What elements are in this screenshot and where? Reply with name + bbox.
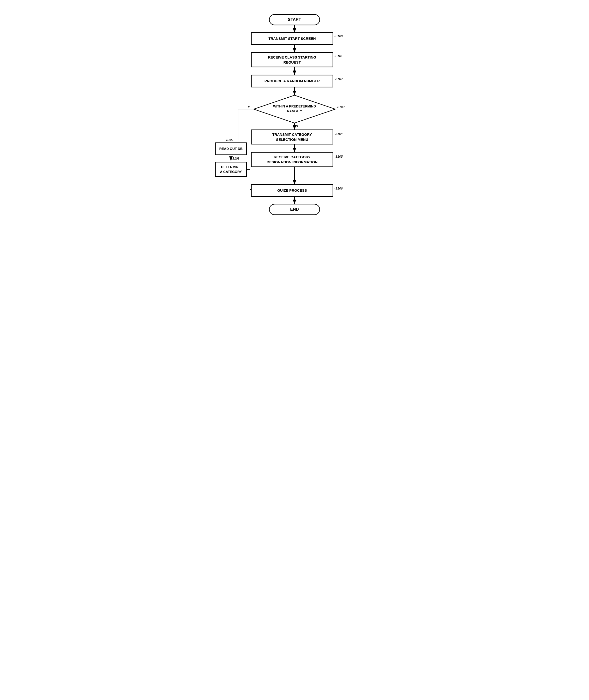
svg-text:-S104: -S104 bbox=[334, 132, 343, 136]
svg-text:-S105: -S105 bbox=[334, 155, 343, 158]
svg-text:S107: S107 bbox=[226, 138, 234, 142]
end-node bbox=[269, 204, 320, 215]
s108-node bbox=[215, 162, 246, 177]
s100-node bbox=[251, 33, 333, 45]
svg-text:S108: S108 bbox=[232, 157, 240, 160]
svg-text:-S103: -S103 bbox=[336, 105, 345, 109]
s104-node bbox=[251, 130, 333, 144]
svg-text:-S106: -S106 bbox=[334, 187, 343, 190]
svg-text:Y: Y bbox=[248, 105, 250, 109]
svg-text:N: N bbox=[296, 124, 298, 128]
s103-diamond bbox=[254, 95, 335, 123]
s102-node bbox=[251, 75, 333, 87]
s101-node bbox=[251, 52, 333, 67]
svg-text:-S102: -S102 bbox=[334, 77, 343, 80]
flowchart-container: START TRANSMIT START SCREEN -S100 RECEIV… bbox=[211, 10, 378, 249]
start-node bbox=[269, 14, 320, 25]
s107-node bbox=[215, 143, 246, 155]
svg-text:-S100: -S100 bbox=[334, 34, 343, 38]
s106-node bbox=[251, 184, 333, 196]
svg-text:-S101: -S101 bbox=[334, 54, 343, 58]
s105-node bbox=[251, 152, 333, 167]
